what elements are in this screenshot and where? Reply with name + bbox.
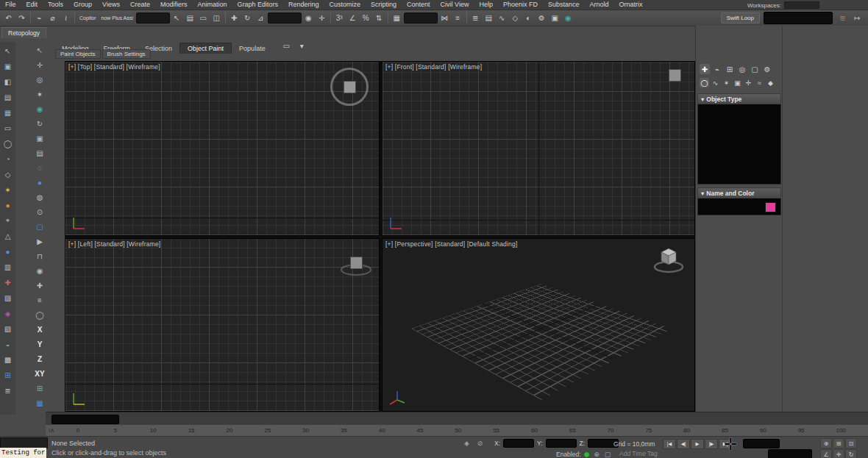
reference-coordinate-dropdown[interactable] [268,12,302,24]
monitor-blue-icon[interactable]: ▢ [34,221,46,232]
scene-explorer-icon[interactable]: ≣ [469,12,482,24]
listener-icon[interactable]: ≣ [836,12,849,24]
list-icon[interactable]: ≣ [2,384,14,396]
target-circle-icon[interactable]: ◎ [34,74,46,85]
zoom-icon[interactable]: ⊕ [820,438,832,448]
edit-named-selection-sets-icon[interactable]: ▦ [391,12,403,24]
menu-help[interactable]: Help [474,0,498,10]
half-square-icon[interactable]: ◧ [2,76,14,87]
zoom-all-icon[interactable]: ⊞ [833,438,844,448]
drop-teal-icon[interactable]: ◉ [34,103,46,115]
toolbar-right-dropdown[interactable] [764,12,833,24]
selection-filter-dropdown[interactable] [136,12,170,24]
menu-views[interactable]: Views [97,0,125,10]
select-object-icon[interactable]: ↖ [171,12,183,24]
pattern3-icon[interactable]: ▩ [2,354,14,365]
hatch-icon[interactable]: ▥ [2,261,14,273]
zoom-extents-icon[interactable]: ⊡ [845,438,857,448]
now-plus-assi-button[interactable]: now Plus Assi [99,15,135,21]
menu-substance[interactable]: Substance [543,0,585,10]
diamond-tool-icon[interactable]: ◇ [2,168,14,180]
circle-half-icon[interactable]: ◍ [34,191,46,203]
pattern-icon[interactable]: ▨ [2,292,14,304]
fov-icon[interactable]: ∠ [820,449,832,458]
swift-loop-button[interactable]: Swift Loop [721,12,760,24]
viewcube[interactable] [652,243,686,276]
maxscript-mini-listener-input[interactable]: Testing for [0,448,46,458]
motion-tab-icon[interactable]: ◎ [737,64,747,74]
mirror-icon[interactable]: ⋈ [438,12,451,24]
next-frame-button[interactable]: |▶ [705,439,718,449]
window-crossing-icon[interactable]: ◫ [210,12,223,24]
viewport-perspective-label[interactable]: [+] [Perspective] [Standard] [Default Sh… [385,240,518,248]
timeline-ruler[interactable]: I∧ 0510152025303540455055606570758085909… [46,424,868,437]
sphere-green-icon[interactable]: ◒ [2,338,14,350]
image2-icon[interactable]: ▤ [34,147,46,159]
select-tool-icon[interactable]: ↖ [2,45,14,57]
axis-xy-button[interactable]: XY [34,368,46,379]
use-pivot-point-icon[interactable]: ◉ [302,12,315,24]
subtab-brush-settings[interactable]: Brush Settings [102,49,151,59]
viewcube[interactable] [669,69,681,82]
menu-civil-view[interactable]: Civil View [435,0,474,10]
sphere-orange-icon[interactable]: ● [2,199,14,211]
plus-red-icon[interactable]: ✚ [2,276,14,288]
bind-to-space-warp-icon[interactable]: ≀ [60,12,72,24]
viewcube[interactable] [350,257,363,269]
menu-group[interactable]: Group [68,0,97,10]
percent-snap-icon[interactable]: % [360,12,372,24]
enabled-status-dot[interactable] [583,451,590,458]
star-icon[interactable]: ✶ [34,88,46,100]
display-tab-icon[interactable]: ▢ [750,64,760,74]
menu-graph-editors[interactable]: Graph Editors [232,0,283,10]
menu-phoenix-fd[interactable]: Phoenix FD [498,0,543,10]
rendered-frame-window-icon[interactable]: ▣ [549,12,561,24]
lights-icon[interactable]: ✶ [722,78,731,87]
select-and-link-icon[interactable]: ⌁ [33,12,46,24]
angle-snap-icon[interactable]: ∠ [346,12,359,24]
select-and-rotate-icon[interactable]: ↻ [241,12,254,24]
pan-icon[interactable]: ✛ [833,449,844,458]
workspaces-dropdown[interactable] [784,1,819,9]
viewport-top[interactable]: [+] [Top] [Standard] [Wireframe] [65,61,380,236]
table-blue-icon[interactable]: ▦ [34,397,46,409]
panel-splitter[interactable] [782,26,783,437]
menu-animation[interactable]: Animation [192,0,232,10]
isolate-selection-icon[interactable]: ◈ [462,439,472,448]
play-icon[interactable]: ▶ [34,235,46,247]
menu-content[interactable]: Content [402,0,435,10]
render-setup-icon[interactable]: ⚙ [536,12,548,24]
viewport-top-label[interactable]: [+] [Top] [Standard] [Wireframe] [68,63,160,71]
panel-icon[interactable]: ▣ [2,60,14,72]
grid-snap-icon[interactable]: ⊞ [34,382,46,394]
plus-icon[interactable]: ✚ [34,279,46,291]
grid-blue-icon[interactable]: ▦ [2,107,14,118]
name-color-rollout-header[interactable]: ▾ Name and Color [697,187,781,198]
list2-icon[interactable]: ≡ [34,294,46,306]
pan-hand-icon[interactable]: ✛ [34,59,46,71]
orbit-icon[interactable]: ↻ [845,449,857,458]
undo-icon[interactable]: ↶ [2,12,15,24]
shapes-icon[interactable]: ∿ [711,78,720,87]
ribbon-dropdown-icon[interactable]: ▾ [296,40,308,52]
triangle-icon[interactable]: △ [2,230,14,242]
create-tab-icon[interactable]: ✚ [700,64,710,74]
circle-dot-icon[interactable]: ⊙ [34,206,46,218]
play-button[interactable]: ▶ [691,439,704,449]
add-time-tag[interactable]: Add Time Tag [619,450,658,457]
go-to-start-button[interactable]: |◀ [663,439,676,449]
selection-region-icon[interactable]: ▭ [197,12,210,24]
rotate-icon[interactable]: ↻ [34,118,46,129]
ribbon-minimize-icon[interactable]: ▭ [280,40,293,52]
layer-manager-icon[interactable]: ▤ [483,12,495,24]
spinner-snap-icon[interactable]: ⇅ [373,12,385,24]
viewcube[interactable] [330,68,369,106]
modify-tab-icon[interactable]: ⌁ [712,64,722,74]
circle-dashed-icon[interactable]: ◌ [34,162,46,173]
helpers-icon[interactable]: ✛ [744,78,753,87]
selection-lock-icon[interactable]: ⊘ [475,439,485,448]
redirect-icon[interactable]: ↦ [851,12,864,24]
menu-edit[interactable]: Edit [21,0,43,10]
target2-icon[interactable]: ◉ [34,265,46,276]
menu-create[interactable]: Create [125,0,155,10]
